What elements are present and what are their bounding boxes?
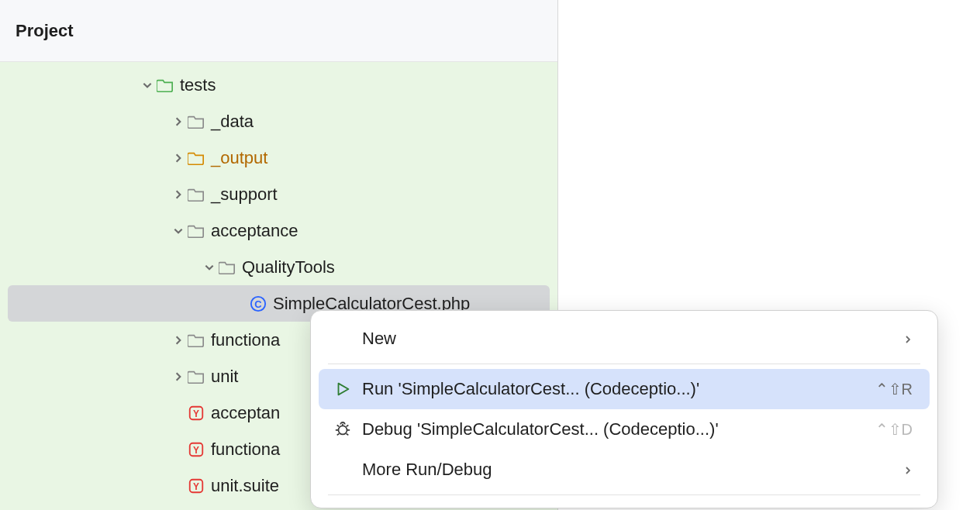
folder-icon — [157, 78, 174, 93]
menu-label: New — [362, 329, 894, 349]
chevron-right-icon — [169, 189, 188, 200]
folder-icon — [188, 150, 205, 166]
menu-item-debug[interactable]: Debug 'SimpleCalculatorCest... (Codecept… — [319, 409, 930, 450]
chevron-down-icon — [138, 80, 157, 91]
menu-item-new[interactable]: New — [319, 319, 930, 359]
chevron-right-icon — [903, 460, 913, 480]
project-header[interactable]: Project — [0, 0, 557, 62]
tree-label: acceptance — [211, 221, 298, 241]
folder-icon — [188, 114, 205, 129]
svg-point-8 — [339, 426, 347, 434]
tree-label: unit.suite — [211, 476, 279, 496]
tree-label: _support — [211, 184, 278, 205]
chevron-right-icon — [169, 371, 188, 382]
yaml-file-icon: Y — [188, 477, 205, 494]
svg-text:Y: Y — [193, 444, 199, 455]
chevron-right-icon — [903, 329, 913, 349]
tree-label: functiona — [211, 330, 280, 350]
menu-label: Debug 'SimpleCalculatorCest... (Codecept… — [362, 419, 866, 439]
folder-icon — [188, 187, 205, 202]
yaml-file-icon: Y — [188, 405, 205, 422]
class-file-icon: C — [250, 295, 267, 312]
run-icon — [333, 381, 353, 398]
chevron-right-icon — [169, 153, 188, 164]
svg-text:Y: Y — [193, 481, 199, 491]
project-title: Project — [16, 21, 74, 41]
folder-icon — [188, 223, 205, 239]
keyboard-shortcut: ⌃⇧R — [875, 380, 913, 398]
folder-icon — [188, 369, 205, 384]
keyboard-shortcut: ⌃⇧D — [875, 420, 913, 439]
tree-label: unit — [211, 367, 238, 387]
context-menu: New Run 'SimpleCalculatorCest... (Codece… — [310, 310, 938, 508]
menu-separator — [328, 364, 920, 364]
tree-label: _output — [211, 148, 267, 168]
tree-node-quality-tools[interactable]: QualityTools — [0, 249, 557, 285]
yaml-file-icon: Y — [188, 441, 205, 458]
chevron-right-icon — [169, 116, 188, 127]
tree-label: functiona — [211, 439, 280, 460]
folder-icon — [188, 333, 205, 348]
tree-node-output[interactable]: _output — [0, 140, 557, 176]
tree-label: _data — [211, 112, 254, 132]
tree-node-tests[interactable]: tests — [0, 67, 557, 103]
menu-label: Run 'SimpleCalculatorCest... (Codeceptio… — [362, 379, 866, 399]
tree-label: acceptan — [211, 403, 280, 423]
svg-text:C: C — [254, 298, 261, 309]
chevron-down-icon — [200, 262, 219, 273]
tree-node-acceptance[interactable]: acceptance — [0, 212, 557, 249]
menu-separator — [328, 494, 920, 495]
chevron-right-icon — [169, 335, 188, 346]
menu-label: More Run/Debug — [362, 460, 894, 480]
tree-node-support[interactable]: _support — [0, 176, 557, 212]
chevron-down-icon — [169, 226, 188, 236]
tree-node-data[interactable]: _data — [0, 103, 557, 140]
bug-icon — [333, 421, 353, 438]
tree-label: tests — [180, 75, 216, 95]
tree-label: QualityTools — [242, 257, 335, 277]
menu-item-more-run-debug[interactable]: More Run/Debug — [319, 450, 930, 490]
folder-icon — [219, 260, 236, 275]
svg-text:Y: Y — [193, 408, 199, 419]
menu-item-run[interactable]: Run 'SimpleCalculatorCest... (Codeceptio… — [319, 369, 930, 409]
